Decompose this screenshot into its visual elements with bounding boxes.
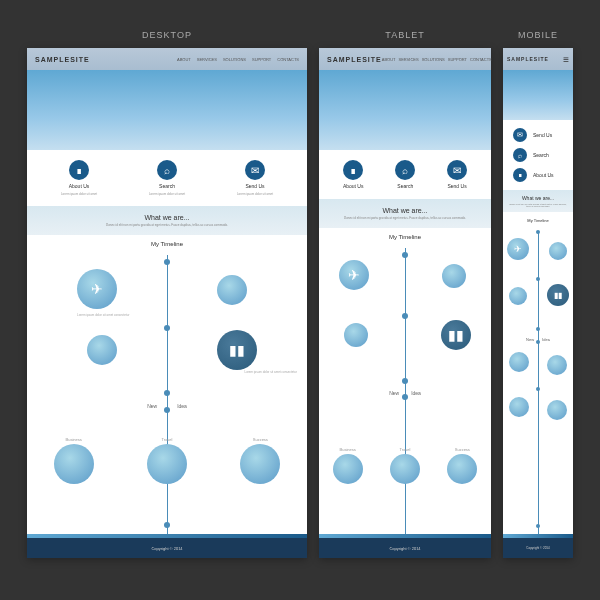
- footer: Copyright © 2014: [319, 538, 491, 558]
- cat-circle: [54, 444, 94, 484]
- timeline-node-plane[interactable]: ✈: [339, 260, 369, 290]
- mobile-mockup: SAMPLESITE ≡ ✉Send Us ⌕Search ∎About Us …: [503, 48, 573, 558]
- chart-icon: ▮▮: [448, 327, 464, 343]
- cat-travel[interactable]: Travel: [147, 437, 187, 484]
- timeline-categories: Business Travel Success: [27, 437, 307, 484]
- timeline-node[interactable]: [549, 242, 567, 260]
- brand[interactable]: SAMPLESITE: [507, 56, 549, 62]
- timeline-node[interactable]: [509, 352, 529, 372]
- timeline-dot: [536, 327, 540, 331]
- timeline-node[interactable]: [509, 287, 527, 305]
- cat-circle: [333, 454, 363, 484]
- cat-circle: [447, 454, 477, 484]
- timeline-node-chart[interactable]: ▮▮: [217, 330, 257, 370]
- timeline-dot: [164, 522, 170, 528]
- about-text: Donec id elit non mi porta gravida at eg…: [508, 203, 568, 207]
- nav-support[interactable]: SUPPORT: [448, 57, 467, 62]
- timeline-node[interactable]: [344, 323, 368, 347]
- cat-success[interactable]: Success: [447, 447, 477, 484]
- cat-circle: [147, 444, 187, 484]
- mail-icon: ✉: [245, 160, 265, 180]
- hero-banner: [319, 70, 491, 150]
- nav-about[interactable]: ABOUT: [382, 57, 396, 62]
- nav-solutions[interactable]: SOLUTIONS: [422, 57, 445, 62]
- feature-send[interactable]: ✉Send Us: [447, 160, 467, 189]
- device-label-tablet: TABLET: [385, 30, 424, 40]
- hamburger-icon[interactable]: ≡: [563, 54, 569, 65]
- timeline-node[interactable]: [217, 275, 247, 305]
- cat-circle: [240, 444, 280, 484]
- feature-title: Search: [397, 183, 413, 189]
- feature-search[interactable]: ⌕ Search Lorem ipsum dolor sit amet: [149, 160, 185, 196]
- timeline-node[interactable]: [547, 355, 567, 375]
- footer: Copyright © 2014: [27, 538, 307, 558]
- brand[interactable]: SAMPLESITE: [327, 56, 382, 63]
- nav-services[interactable]: SERVICES: [197, 57, 217, 62]
- header: SAMPLESITE ABOUT SERVICES SOLUTIONS SUPP…: [319, 48, 491, 70]
- timeline: My Timeline ✈ ▮▮ New Idea Business Trave…: [319, 228, 491, 534]
- search-icon: ⌕: [513, 148, 527, 162]
- feature-search[interactable]: ⌕Search: [513, 148, 549, 162]
- cat-success[interactable]: Success: [240, 437, 280, 484]
- cat-label: Business: [66, 437, 82, 442]
- cat-label: Travel: [400, 447, 411, 452]
- cat-circle: [390, 454, 420, 484]
- about-text: Donec id elit non mi porta gravida at eg…: [35, 223, 299, 227]
- plane-icon: ✈: [514, 244, 522, 254]
- cat-label: Success: [455, 447, 470, 452]
- split-right: Idea: [177, 403, 187, 409]
- desktop-mockup: SAMPLESITE ABOUT SERVICES SOLUTIONS SUPP…: [27, 48, 307, 558]
- timeline-desc: Lorem ipsum dolor sit amet consectetur: [237, 370, 297, 374]
- feature-send[interactable]: ✉ Send Us Lorem ipsum dolor sit amet: [237, 160, 273, 196]
- hero-banner: [503, 70, 573, 120]
- split-left: New: [389, 390, 399, 396]
- brand[interactable]: SAMPLESITE: [35, 56, 90, 63]
- search-icon: ⌕: [157, 160, 177, 180]
- timeline-dot: [402, 394, 408, 400]
- timeline-node[interactable]: [509, 397, 529, 417]
- timeline-dot: [402, 252, 408, 258]
- nav: ABOUT SERVICES SOLUTIONS SUPPORT CONTACT…: [382, 57, 492, 62]
- feature-sub: Lorem ipsum dolor sit amet: [149, 192, 185, 196]
- cat-travel[interactable]: Travel: [390, 447, 420, 484]
- timeline-node-plane[interactable]: ✈: [77, 269, 117, 309]
- feature-about[interactable]: ∎ About Us Lorem ipsum dolor sit amet: [61, 160, 97, 196]
- chart-icon: ▮▮: [229, 342, 245, 358]
- feature-about[interactable]: ∎About Us: [513, 168, 554, 182]
- timeline: My Timeline ✈ Lorem ipsum dolor sit amet…: [27, 235, 307, 534]
- timeline-dot: [402, 313, 408, 319]
- timeline-node-chart[interactable]: ▮▮: [547, 284, 569, 306]
- timeline-node[interactable]: [87, 335, 117, 365]
- nav-services[interactable]: SERVICES: [399, 57, 419, 62]
- timeline-desc: Lorem ipsum dolor sit amet consectetur: [77, 313, 137, 317]
- cat-business[interactable]: Business: [333, 447, 363, 484]
- split-right: Idea: [542, 337, 550, 342]
- timeline-categories: Business Travel Success: [319, 447, 491, 484]
- feature-send[interactable]: ✉Send Us: [513, 128, 552, 142]
- timeline-dot: [536, 387, 540, 391]
- nav-about[interactable]: ABOUT: [177, 57, 191, 62]
- timeline-node[interactable]: [547, 400, 567, 420]
- footer: Copyright © 2014: [503, 538, 573, 558]
- hero-banner: [27, 70, 307, 150]
- about-heading: What we are...: [327, 207, 483, 214]
- cat-label: Business: [340, 447, 356, 452]
- feature-about[interactable]: ∎About Us: [343, 160, 364, 189]
- about-heading: What we are...: [35, 214, 299, 221]
- book-icon: ∎: [343, 160, 363, 180]
- timeline-node-chart[interactable]: ▮▮: [441, 320, 471, 350]
- feature-search[interactable]: ⌕Search: [395, 160, 415, 189]
- nav-solutions[interactable]: SOLUTIONS: [223, 57, 246, 62]
- timeline-node-plane[interactable]: ✈: [507, 238, 529, 260]
- plane-icon: ✈: [91, 281, 103, 297]
- nav-support[interactable]: SUPPORT: [252, 57, 271, 62]
- nav-contacts[interactable]: CONTACTS: [470, 57, 492, 62]
- timeline-node[interactable]: [442, 264, 466, 288]
- nav-contacts[interactable]: CONTACTS: [277, 57, 299, 62]
- about-section: What we are... Donec id elit non mi port…: [319, 199, 491, 228]
- timeline-dot: [164, 325, 170, 331]
- cat-business[interactable]: Business: [54, 437, 94, 484]
- nav: ABOUT SERVICES SOLUTIONS SUPPORT CONTACT…: [177, 57, 299, 62]
- split-left: New: [526, 337, 534, 342]
- timeline: My Timeline ✈ ▮▮ New Idea: [503, 212, 573, 534]
